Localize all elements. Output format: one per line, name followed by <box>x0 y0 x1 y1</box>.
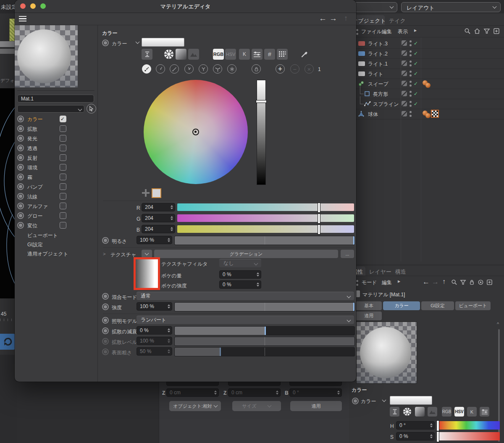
spectrum-mode-button[interactable] <box>176 49 186 60</box>
channel-checkbox[interactable] <box>60 116 66 122</box>
channel-row-fog[interactable]: 霧 <box>15 172 97 182</box>
g-input[interactable]: 204 <box>142 214 175 222</box>
menu-view[interactable]: 表示 <box>398 28 408 35</box>
object-row[interactable]: ライト.3 ✓ <box>349 38 504 49</box>
spinner-arrows[interactable] <box>168 328 170 332</box>
attr-tab-viewport[interactable]: ビューポート <box>455 301 491 310</box>
layer-chip[interactable] <box>402 61 407 66</box>
anim-dot[interactable] <box>17 183 24 190</box>
channel-row-displacement[interactable]: 変位 <box>15 220 97 230</box>
texture-expander-icon[interactable]: > <box>103 251 105 256</box>
chevron-down-icon[interactable] <box>78 107 82 111</box>
sat-marker[interactable] <box>436 431 439 442</box>
menu-icon[interactable] <box>19 16 26 21</box>
brightness-input[interactable]: 100 % <box>136 236 172 244</box>
menu-edit[interactable]: 編集 <box>382 28 392 35</box>
layer-chip[interactable] <box>402 50 407 56</box>
menu-file[interactable]: ファイル <box>361 28 382 35</box>
camera-select[interactable] <box>352 2 397 12</box>
history-back-icon[interactable]: ← <box>423 278 430 286</box>
channel-row-diffusion[interactable]: 拡散 <box>15 124 97 133</box>
page-viewport[interactable]: ビューポート <box>15 230 97 240</box>
b-marker[interactable] <box>318 224 320 235</box>
channel-row-glow[interactable]: グロー <box>15 211 97 220</box>
spectrum-mode-button[interactable] <box>415 407 425 417</box>
anim-dot[interactable] <box>17 174 24 180</box>
anim-dot[interactable] <box>102 327 109 334</box>
object-row[interactable]: ライト ✓ <box>349 69 504 79</box>
channel-row-luminance[interactable]: 発光 <box>15 133 97 143</box>
material-tag[interactable] <box>425 113 430 118</box>
visibility-dots[interactable] <box>410 61 412 66</box>
attr-material-preview[interactable] <box>356 322 417 384</box>
spinner-arrows[interactable] <box>337 390 340 395</box>
anim-dot[interactable] <box>17 145 24 151</box>
hsv-mode-button[interactable]: HSV <box>454 407 464 417</box>
channel-row-environment[interactable]: 環境 <box>15 162 97 172</box>
channel-checkbox[interactable] <box>60 203 66 209</box>
object-row[interactable]: 長方形 ✓ <box>349 89 504 99</box>
texture-more-button[interactable]: ... <box>341 250 354 258</box>
enabled-check-icon[interactable]: ✓ <box>414 40 418 46</box>
coord-z2-input[interactable]: 0 cm <box>228 388 281 397</box>
panel-handle-icon[interactable] <box>356 29 358 35</box>
search-icon[interactable] <box>464 28 471 34</box>
menu-more-icon[interactable]: ▶ <box>414 29 417 32</box>
blur-scale-input[interactable]: 0 % <box>219 280 261 289</box>
visibility-dots[interactable] <box>410 101 412 107</box>
picker-type-3[interactable] <box>170 64 179 74</box>
strength-slider[interactable] <box>174 302 355 311</box>
remove-picker-button[interactable]: − <box>290 64 299 74</box>
image-mode-button[interactable] <box>428 407 437 417</box>
spinner-arrows[interactable] <box>430 423 433 427</box>
channel-checkbox[interactable] <box>60 135 66 142</box>
menu-edit[interactable]: 編集 <box>382 279 392 286</box>
texture-filter-select[interactable]: なし <box>219 259 261 267</box>
anim-dot[interactable] <box>17 125 24 132</box>
spinner-arrows[interactable] <box>168 304 170 309</box>
home-icon[interactable] <box>474 28 480 34</box>
wheel-mode-button[interactable] <box>163 49 174 60</box>
visibility-dots[interactable] <box>410 81 412 87</box>
page-assign[interactable]: 適用オブジェクト <box>15 249 97 258</box>
object-name[interactable]: スイープ <box>368 81 388 88</box>
hue-input[interactable]: 0 ° <box>396 421 435 430</box>
channel-row-reflectance[interactable]: 反射 <box>15 153 97 162</box>
target-icon[interactable] <box>478 279 484 285</box>
picker-type-7[interactable] <box>227 64 236 74</box>
anim-dot[interactable] <box>102 40 109 46</box>
object-row[interactable]: ライト.2 ✓ <box>349 48 504 59</box>
layer-chip[interactable] <box>402 101 407 106</box>
visibility-dots[interactable] <box>410 71 412 76</box>
attr-tab-apply[interactable]: 適用 <box>356 311 382 320</box>
object-name[interactable]: 長方形 <box>373 91 388 98</box>
material-tag[interactable] <box>425 83 430 88</box>
object-name[interactable]: ライト.1 <box>368 61 388 68</box>
picker-type-6[interactable] <box>213 64 222 74</box>
enabled-check-icon[interactable]: ✓ <box>414 61 418 66</box>
enabled-check-icon[interactable]: ✓ <box>414 50 418 56</box>
coord-apply-button[interactable]: 適用 <box>290 401 342 411</box>
visibility-dots[interactable] <box>410 111 412 117</box>
r-marker[interactable] <box>318 203 320 213</box>
visibility-dots[interactable] <box>410 50 412 56</box>
kelvin-mode-button[interactable]: K <box>239 49 250 60</box>
material-preview[interactable] <box>15 25 78 87</box>
b-gradient[interactable] <box>177 225 354 233</box>
current-color-swatch[interactable] <box>142 38 184 47</box>
enabled-check-icon[interactable]: ✓ <box>414 91 418 97</box>
menu-more-icon[interactable]: ▶ <box>398 280 400 283</box>
anim-dot[interactable] <box>102 237 109 244</box>
texture-dropdown-button[interactable] <box>142 250 152 258</box>
r-gradient[interactable] <box>177 203 354 211</box>
object-name[interactable]: ライト <box>368 71 383 78</box>
anim-dot[interactable] <box>17 116 24 122</box>
layout-select[interactable]: レイアウト <box>401 2 501 12</box>
compare-mode-button[interactable] <box>390 407 399 417</box>
object-name[interactable]: ライト.3 <box>368 40 388 47</box>
spinner-arrows[interactable] <box>257 272 259 277</box>
spinner-arrows[interactable] <box>257 282 259 287</box>
anim-dot[interactable] <box>102 303 109 310</box>
layer-chip[interactable] <box>402 71 407 76</box>
spinner-arrows[interactable] <box>168 238 170 242</box>
